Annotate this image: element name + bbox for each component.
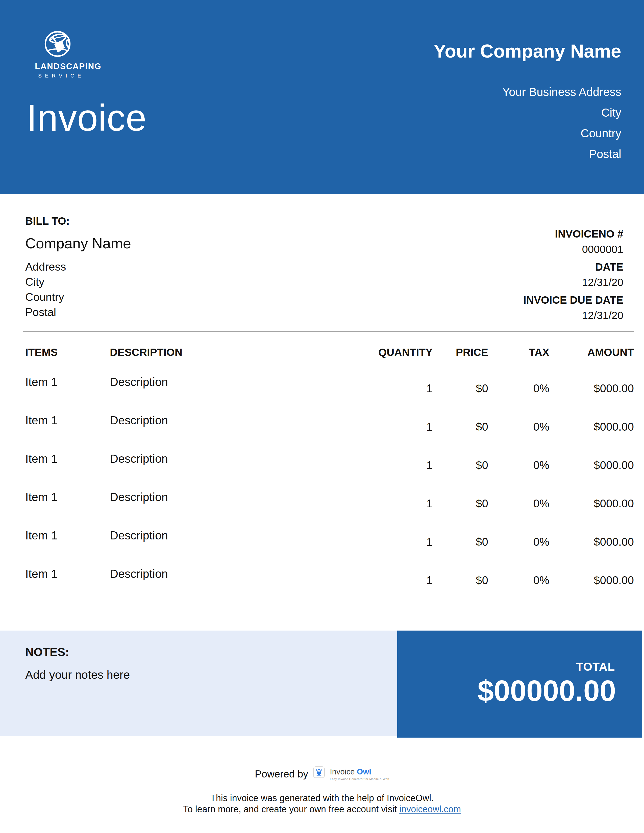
table-row: Item 1 Description 1 $0 0% $000.00 <box>0 452 644 490</box>
notes-label: NOTES: <box>25 645 69 659</box>
footer-line2-text: To learn more, and create your own free … <box>183 804 399 814</box>
invoiceowl-owl-icon <box>313 766 325 778</box>
invoice-date-value: 12/31/20 <box>523 277 623 288</box>
cell-tax: 0% <box>473 536 549 548</box>
invoiceowl-link[interactable]: invoiceowl.com <box>399 804 461 814</box>
cell-tax: 0% <box>473 421 549 433</box>
notes-text: Add your notes here <box>25 668 130 682</box>
cell-item: Item 1 <box>25 452 109 465</box>
cell-item: Item 1 <box>25 375 109 389</box>
bill-to-country: Country <box>25 289 131 305</box>
cell-amount: $000.00 <box>558 382 634 395</box>
table-row: Item 1 Description 1 $0 0% $000.00 <box>0 413 644 452</box>
cell-tax: 0% <box>473 382 549 395</box>
cell-description: Description <box>110 452 292 465</box>
cell-description: Description <box>110 529 292 542</box>
column-header-description: DESCRIPTION <box>110 346 292 359</box>
cell-tax: 0% <box>473 574 549 587</box>
cell-description: Description <box>110 490 292 504</box>
invoice-info-section: INVOICENO # 0000001 DATE 12/31/20 INVOIC… <box>523 228 623 322</box>
section-divider <box>23 331 634 332</box>
company-name: Your Company Name <box>434 40 621 62</box>
cell-tax: 0% <box>473 497 549 510</box>
wordmark-owl: Owl <box>357 767 371 776</box>
bill-to-section: BILL TO: Company Name Address City Count… <box>25 215 131 320</box>
header-banner: LANDSCAPING SERVICE Invoice Your Company… <box>0 0 644 195</box>
invoice-due-date-value: 12/31/20 <box>523 309 623 322</box>
landscaping-logo-icon <box>35 30 80 59</box>
page-title: Invoice <box>27 96 147 139</box>
business-city-line: City <box>434 102 621 123</box>
powered-by-row: Powered by Invoice Owl <box>0 765 644 780</box>
table-row: Item 1 Description 1 $0 0% $000.00 <box>0 375 644 413</box>
cell-amount: $000.00 <box>558 459 634 471</box>
invoice-number-value: 0000001 <box>523 243 623 256</box>
powered-by-label: Powered by <box>255 765 308 780</box>
business-postal-line: Postal <box>434 144 621 164</box>
bill-to-address: Address <box>25 259 131 274</box>
bill-to-postal: Postal <box>25 305 131 320</box>
cell-description: Description <box>110 413 292 427</box>
cell-amount: $000.00 <box>558 497 634 510</box>
cell-item: Item 1 <box>25 413 109 427</box>
total-section: TOTAL $00000.00 <box>397 630 642 738</box>
cell-amount: $000.00 <box>558 421 634 433</box>
invoice-page: LANDSCAPING SERVICE Invoice Your Company… <box>0 0 644 833</box>
business-address-line: Your Business Address <box>434 82 621 102</box>
footer-note: This invoice was generated with the help… <box>0 793 644 815</box>
table-row: Item 1 Description 1 $0 0% $000.00 <box>0 567 644 605</box>
wordmark-tagline: Easy Invoice Generator for Mobile & Web <box>330 777 389 780</box>
bill-to-company: Company Name <box>25 235 131 252</box>
column-header-items: ITEMS <box>25 346 109 359</box>
column-header-tax: TAX <box>473 346 549 359</box>
bill-to-city: City <box>25 274 131 289</box>
invoice-number-label: INVOICENO # <box>523 228 623 240</box>
table-row: Item 1 Description 1 $0 0% $000.00 <box>0 490 644 529</box>
cell-amount: $000.00 <box>558 574 634 587</box>
total-label: TOTAL <box>576 660 615 674</box>
wordmark-invoice: Invoice <box>330 767 354 776</box>
total-amount: $00000.00 <box>478 674 616 708</box>
items-table-header: ITEMS DESCRIPTION QUANTITY PRICE TAX AMO… <box>0 346 644 359</box>
logo-subtitle: SERVICE <box>35 73 80 79</box>
cell-item: Item 1 <box>25 567 109 581</box>
cell-description: Description <box>110 567 292 581</box>
invoice-due-date-label: INVOICE DUE DATE <box>523 294 623 306</box>
business-country-line: Country <box>434 123 621 144</box>
logo-name: LANDSCAPING <box>35 61 80 71</box>
invoiceowl-wordmark: Invoice Owl Easy Invoice Generator for M… <box>330 765 389 780</box>
cell-tax: 0% <box>473 459 549 471</box>
cell-item: Item 1 <box>25 490 109 504</box>
cell-description: Description <box>110 375 292 389</box>
cell-item: Item 1 <box>25 529 109 542</box>
cell-amount: $000.00 <box>558 536 634 548</box>
bill-to-label: BILL TO: <box>25 215 131 227</box>
invoice-date-label: DATE <box>523 261 623 273</box>
company-logo: LANDSCAPING SERVICE <box>35 30 80 79</box>
table-row: Item 1 Description 1 $0 0% $000.00 <box>0 529 644 567</box>
column-header-amount: AMOUNT <box>558 346 634 359</box>
footer-line1: This invoice was generated with the help… <box>0 793 644 804</box>
